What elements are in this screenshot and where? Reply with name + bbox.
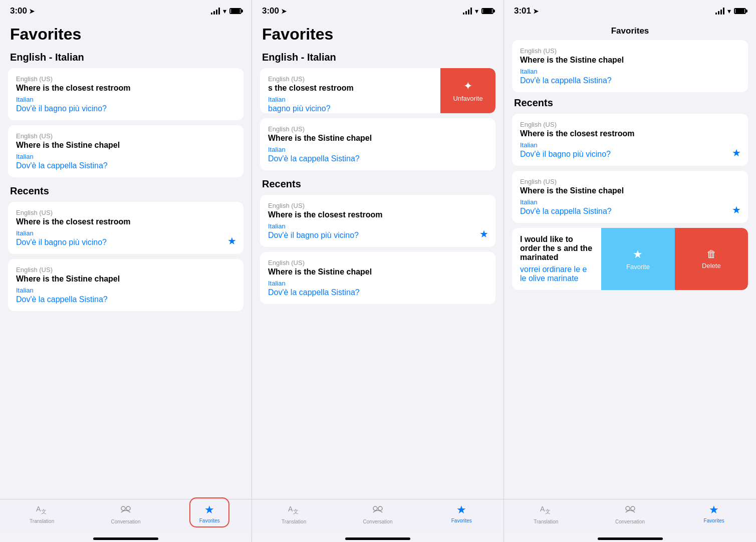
panel-2: 3:00 ➤ ▾ Favorites English - Italian Eng…: [252, 0, 504, 542]
recent-english-3-2: Where is the Sistine chapel: [520, 186, 740, 195]
recent-card-2-1[interactable]: English (US) Where is the closest restro…: [260, 195, 495, 247]
tab-translation-3[interactable]: A 文 Translation: [504, 503, 588, 524]
delete-action[interactable]: 🗑 Delete: [675, 228, 748, 290]
status-bar-2: 3:00 ➤ ▾: [252, 0, 503, 19]
partial-lang-3: English (US): [520, 47, 740, 55]
page-content-3: English (US) Where is the Sistine chapel…: [504, 40, 756, 499]
recent-card-english-1: Where is the closest restroom: [16, 217, 235, 226]
recent-card-1-2[interactable]: English (US) Where is the Sistine chapel…: [8, 259, 243, 311]
recent-card-1-1[interactable]: English (US) Where is the closest restro…: [8, 202, 243, 254]
page-title-2: Favorites: [260, 25, 495, 44]
svg-point-10: [626, 506, 630, 510]
svg-point-11: [631, 506, 635, 510]
delete-action-label: Delete: [702, 262, 721, 269]
unfavorite-action[interactable]: ✦ Unfavorite: [440, 68, 495, 113]
recent-card-2-2[interactable]: English (US) Where is the Sistine chapel…: [260, 252, 495, 304]
card-lang-label-1: Italian: [16, 96, 235, 103]
tab-bar-3: A 文 Translation Conversation ★ Favorites: [504, 499, 756, 534]
panel-1: 3:00 ➤ ▾ Favorites English - Italian Eng…: [0, 0, 252, 542]
delete-action-icon: 🗑: [706, 248, 716, 260]
recent-card-english-2: Where is the Sistine chapel: [16, 275, 235, 284]
card-lang-1: English (US): [16, 75, 235, 83]
recent-english-3-1: Where is the closest restroom: [520, 129, 740, 138]
star-icon-2-1[interactable]: ★: [479, 228, 488, 240]
status-time-3: 3:01 ➤: [514, 6, 539, 16]
unfavorite-icon: ✦: [463, 80, 472, 93]
favorite-action[interactable]: ★ Favorite: [601, 228, 674, 290]
signal-icon-3: [715, 8, 724, 15]
section-title-favorites-2: English - Italian: [260, 52, 495, 63]
tab-label-translation-1: Translation: [30, 518, 54, 524]
favorite-card-2-2[interactable]: English (US) Where is the Sistine chapel…: [260, 118, 495, 170]
recent-lang-2-1: English (US): [268, 202, 487, 209]
status-bar-1: 3:00 ➤ ▾: [0, 0, 251, 19]
svg-text:A: A: [288, 505, 293, 513]
card-lang-label-2: Italian: [16, 153, 235, 160]
recent-card-3-2[interactable]: English (US) Where is the Sistine chapel…: [512, 171, 748, 223]
partial-lang-label-3: Italian: [520, 68, 740, 75]
star-icon-3-1[interactable]: ★: [732, 147, 741, 159]
wifi-icon-3: ▾: [727, 7, 731, 15]
favorite-action-label: Favorite: [626, 263, 650, 270]
page-content-1: Favorites English - Italian English (US)…: [0, 19, 251, 499]
recent-lang-2-2: English (US): [268, 259, 487, 266]
svg-point-2: [121, 506, 125, 510]
tab-label-favorites-3: Favorites: [704, 518, 724, 523]
wifi-icon-2: ▾: [475, 7, 478, 15]
panel-3: 3:01 ➤ ▾ Favorites English (US) Where is…: [504, 0, 756, 542]
recent-translation-3-2: Dov'è la cappella Sistina?: [520, 207, 740, 216]
unfavorite-label: Unfavorite: [453, 95, 482, 102]
tab-favorites-1[interactable]: ★ Favorites: [168, 503, 251, 524]
card-lang-2: English (US): [16, 132, 235, 140]
svg-text:文: 文: [41, 508, 47, 514]
tab-label-conversation-3: Conversation: [615, 519, 645, 524]
tab-conversation-3[interactable]: Conversation: [588, 503, 672, 524]
recent-translation-2-2: Dov'è la cappella Sistina?: [268, 288, 487, 297]
status-icons-3: ▾: [715, 7, 746, 15]
tab-translation-1[interactable]: A 文 Translation: [0, 503, 84, 524]
swipe-dual-card[interactable]: I would like to order the s and the mari…: [512, 228, 748, 290]
recent-card-lang-1: English (US): [16, 209, 235, 216]
partial-top-card[interactable]: English (US) Where is the Sistine chapel…: [512, 40, 748, 92]
recent-lang-3-2: English (US): [520, 178, 740, 185]
partial-source-3: Where is the Sistine chapel: [520, 56, 740, 65]
conversation-tab-icon: [119, 503, 133, 517]
section-title-recents-2: Recents: [260, 178, 495, 190]
tab-label-conversation-2: Conversation: [363, 519, 393, 524]
swipe-card-translation-2: bagno più vicino?: [268, 104, 432, 113]
tab-conversation-2[interactable]: Conversation: [336, 503, 419, 524]
card-lang-label-2-2: Italian: [268, 146, 487, 153]
recent-lang-label-2-1: Italian: [268, 222, 487, 230]
nav-indicator-1: [93, 537, 158, 540]
recent-lang-label-2-2: Italian: [268, 280, 487, 287]
tab-favorites-3[interactable]: ★ Favorites: [672, 503, 756, 524]
swipe-card-lang-label-2: Italian: [268, 96, 432, 103]
tab-favorites-2[interactable]: ★ Favorites: [420, 503, 503, 524]
favorites-tab-icon-3: ★: [709, 503, 719, 516]
recent-card-3-1[interactable]: English (US) Where is the closest restro…: [512, 114, 748, 166]
star-icon-3-2[interactable]: ★: [732, 204, 741, 216]
star-icon-1[interactable]: ★: [227, 235, 236, 247]
recent-card-lang-label-1: Italian: [16, 229, 235, 237]
status-time-1: 3:00 ➤: [10, 6, 35, 16]
status-icons-2: ▾: [463, 7, 493, 15]
card-translation-2: Dov'è la cappella Sistina?: [16, 161, 235, 170]
swipe-card-english-2: s the closest restroom: [268, 84, 432, 93]
card-english-2: Where is the Sistine chapel: [16, 141, 235, 150]
tab-translation-2[interactable]: A 文 Translation: [252, 503, 336, 524]
swipe-card-lang-2: English (US): [268, 75, 432, 83]
recent-translation-3-1: Dov'è il bagno più vicino?: [520, 150, 740, 159]
card-english-1: Where is the closest restroom: [16, 84, 235, 93]
favorites-tab-icon-2: ★: [456, 503, 466, 516]
favorite-card-1-1[interactable]: English (US) Where is the closest restro…: [8, 68, 243, 120]
tab-conversation-1[interactable]: Conversation: [84, 503, 167, 524]
tab-label-translation-2: Translation: [282, 519, 306, 524]
tab-label-translation-3: Translation: [534, 519, 558, 524]
favorite-card-1-2[interactable]: English (US) Where is the Sistine chapel…: [8, 125, 243, 177]
signal-icon-2: [463, 8, 472, 15]
section-title-favorites-1: English - Italian: [8, 52, 243, 63]
conversation-tab-icon-3: [623, 503, 637, 517]
swipe-card-2-1[interactable]: English (US) s the closest restroom Ital…: [260, 68, 495, 113]
wifi-icon: ▾: [223, 7, 226, 15]
recent-lang-label-3-2: Italian: [520, 198, 740, 206]
